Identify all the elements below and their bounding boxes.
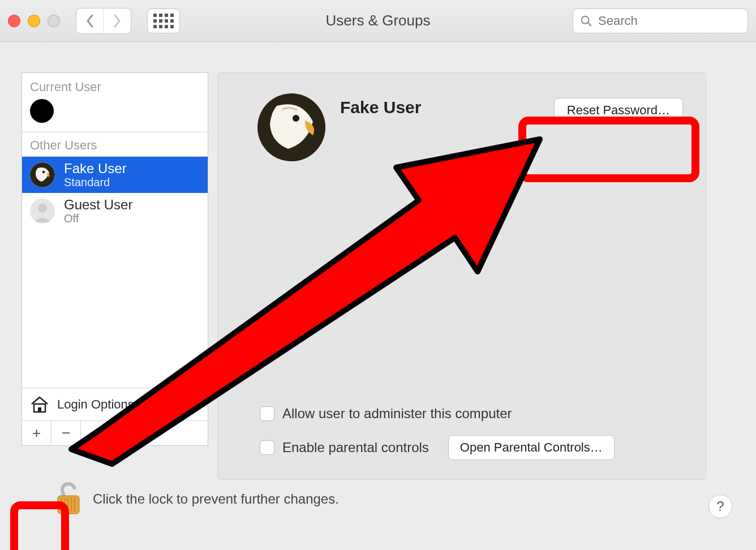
sidebar-user-fake-user[interactable]: Fake User Standard xyxy=(22,157,208,193)
window-controls xyxy=(8,15,60,27)
search-field[interactable] xyxy=(573,8,748,33)
svg-point-3 xyxy=(42,171,45,173)
lock-row: Click the lock to prevent further change… xyxy=(54,482,339,516)
nav-buttons xyxy=(76,8,131,34)
svg-rect-7 xyxy=(38,407,41,412)
svg-point-5 xyxy=(38,204,47,213)
user-avatar-icon xyxy=(30,162,55,187)
parental-checkbox-label: Enable parental controls xyxy=(282,440,429,456)
open-parental-controls-button[interactable]: Open Parental Controls… xyxy=(448,435,615,460)
reset-password-button[interactable]: Reset Password… xyxy=(554,98,683,123)
unlock-icon[interactable] xyxy=(54,482,83,516)
search-input[interactable] xyxy=(598,14,741,28)
show-all-prefs-button[interactable] xyxy=(147,8,180,33)
titlebar: Users & Groups xyxy=(0,0,756,42)
user-role-label: Off xyxy=(64,212,132,225)
add-remove-row: + − xyxy=(22,420,208,445)
selected-user-name: Fake User xyxy=(340,98,421,117)
minimize-window-icon[interactable] xyxy=(28,15,40,27)
selected-user-avatar[interactable] xyxy=(257,93,325,161)
current-user-label: Current User xyxy=(22,73,208,99)
zoom-window-icon xyxy=(48,15,60,27)
svg-point-9 xyxy=(293,115,299,122)
search-icon xyxy=(580,15,592,27)
current-user-avatar xyxy=(30,99,54,123)
sidebar-user-guest[interactable]: Guest User Off xyxy=(22,193,208,229)
add-user-button[interactable]: + xyxy=(22,421,51,445)
home-icon xyxy=(30,396,49,413)
help-label: ? xyxy=(716,499,724,514)
login-options-label: Login Options xyxy=(57,397,134,412)
admin-checkbox-row[interactable]: Allow user to administer this computer xyxy=(260,406,683,422)
remove-user-button[interactable]: − xyxy=(51,421,81,445)
admin-checkbox-label: Allow user to administer this computer xyxy=(282,406,512,422)
lock-text: Click the lock to prevent further change… xyxy=(93,491,339,507)
main-content: Current User Other Users Fake User Stand… xyxy=(0,42,756,550)
back-button[interactable] xyxy=(76,8,104,33)
parental-checkbox[interactable] xyxy=(260,440,274,455)
svg-line-1 xyxy=(588,22,591,25)
user-name-label: Guest User xyxy=(64,197,132,212)
parental-checkbox-row[interactable]: Enable parental controls Open Parental C… xyxy=(260,435,683,460)
login-options-row[interactable]: Login Options xyxy=(22,388,208,420)
user-role-label: Standard xyxy=(64,176,127,188)
user-sidebar: Current User Other Users Fake User Stand… xyxy=(22,72,208,446)
other-users-label: Other Users xyxy=(22,132,208,157)
help-button[interactable]: ? xyxy=(708,495,732,518)
window-title: Users & Groups xyxy=(326,12,431,29)
current-user-row[interactable] xyxy=(22,99,208,132)
user-detail-panel: Fake User Reset Password… Allow user to … xyxy=(217,72,706,480)
admin-checkbox[interactable] xyxy=(260,406,274,421)
user-name-label: Fake User xyxy=(64,161,127,176)
close-window-icon[interactable] xyxy=(8,15,20,27)
guest-avatar-icon xyxy=(30,199,55,224)
forward-button[interactable] xyxy=(104,8,131,33)
